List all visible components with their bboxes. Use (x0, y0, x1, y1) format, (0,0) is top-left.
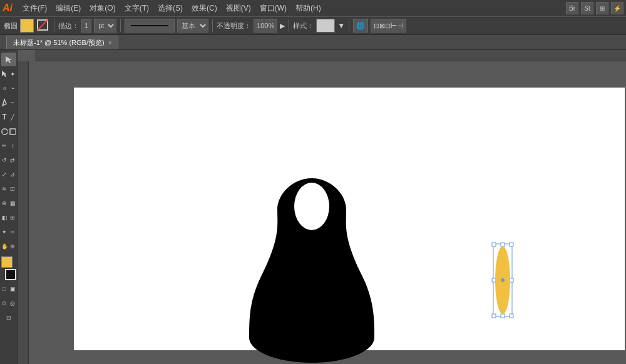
magic-wand-tool[interactable]: ✦ (9, 67, 16, 81)
menu-type[interactable]: 文字(T) (121, 2, 153, 15)
shear-tool[interactable]: ⊿ (9, 168, 16, 181)
view-tools-row: ✋ ⊕ (1, 240, 16, 253)
select-tools-row: ✦ (1, 67, 16, 81)
tab-close-button[interactable]: × (108, 39, 112, 46)
fill-color-box[interactable] (20, 19, 34, 33)
menu-select[interactable]: 选择(S) (154, 2, 187, 15)
svg-marker-3 (2, 71, 7, 77)
free-transform-tool[interactable]: ⊡ (9, 182, 16, 196)
stroke-preview[interactable] (125, 19, 175, 33)
opacity-value[interactable]: 100% (254, 19, 277, 33)
menu-help[interactable]: 帮助(H) (292, 2, 325, 15)
tab-title: 未标题-1* @ 51% (RGB/预览) (13, 38, 105, 48)
shape-label: 椭圆 (4, 21, 18, 31)
right-panel-icons: Br St ⊞ ⚡ (566, 2, 623, 14)
svg-line-1 (38, 20, 48, 30)
menu-bar: Ai 文件(F) 编辑(E) 对象(O) 文字(T) 选择(S) 效果(C) 视… (0, 0, 626, 16)
workspace-icon[interactable]: ⊞ (596, 2, 608, 14)
hand-tool[interactable]: ✋ (1, 240, 8, 253)
stroke-color[interactable] (5, 269, 16, 280)
stroke-line-select[interactable]: 基本 (177, 19, 208, 33)
pen-tools-row: ~ (1, 96, 16, 109)
svg-marker-2 (6, 56, 12, 63)
style-label: 样式： (293, 21, 314, 31)
color-mode[interactable]: □ (1, 282, 8, 296)
divider-3 (212, 19, 213, 32)
svg-text:✦: ✦ (10, 71, 15, 78)
vertical-ruler (18, 61, 29, 364)
rotate-tool[interactable]: ↺ (1, 153, 8, 167)
align-icons[interactable]: ⊟⊠⊡⊢⊣ (371, 19, 406, 33)
eyedropper-tool[interactable]: ✦ (1, 225, 8, 239)
menu-window[interactable]: 窗口(W) (256, 2, 290, 15)
scale-tools-row: ⤢ ⊿ (1, 168, 16, 181)
line-tool[interactable]: ╱ (9, 110, 16, 124)
warp-tools-row: ≋ ⊡ (1, 182, 16, 196)
select-tool[interactable] (1, 53, 16, 66)
divider-1 (54, 19, 54, 32)
smooth-tool[interactable]: ≀ (9, 139, 16, 153)
gradient-tool[interactable]: ◧ (1, 211, 8, 225)
menu-file[interactable]: 文件(F) (19, 2, 51, 15)
color-tools-row: ✦ ∞ (1, 225, 16, 239)
graph-tool[interactable]: ▦ (9, 196, 16, 210)
stroke-label: 描边： (58, 21, 79, 31)
rect-tool[interactable] (1, 124, 8, 138)
tab-bar: 未标题-1* @ 51% (RGB/预览) × (0, 35, 626, 50)
divider-2 (120, 19, 121, 32)
stroke-width-input[interactable]: 1 (81, 19, 91, 33)
shape-tools-row (1, 124, 16, 138)
normal-mode[interactable]: ⊙ (1, 296, 8, 310)
gradient-tools-row: ◧ ⊞ (1, 211, 16, 225)
rect2-tool[interactable] (9, 124, 16, 138)
menu-edit[interactable]: 编辑(E) (52, 2, 85, 15)
stroke-icon[interactable] (36, 19, 50, 33)
reflect-tool[interactable]: ⇄ (9, 153, 16, 167)
divider-4 (289, 19, 289, 32)
lasso-tool[interactable]: ⌾ (1, 81, 8, 95)
app-logo: Ai (3, 3, 13, 14)
opacity-label: 不透明度： (217, 21, 251, 31)
type-tool[interactable]: T (1, 110, 8, 124)
search-icon[interactable]: ⚡ (611, 2, 623, 14)
canvas-area[interactable] (18, 50, 626, 364)
view-mode-row: ⊙ ◎ (1, 296, 16, 310)
left-toolbar: ✦ ⌾ ⌁ ~ T ╱ ✏ (0, 50, 18, 364)
fill-color[interactable] (1, 256, 13, 268)
build-tools-row: ⊕ ▦ (1, 196, 16, 210)
lasso2-tool[interactable]: ⌁ (9, 81, 16, 95)
globe-icon[interactable]: 🌐 (353, 19, 368, 33)
shape-builder-tool[interactable]: ⊕ (1, 196, 8, 210)
divider-5 (349, 19, 349, 32)
pencil-tools-row: ✏ ≀ (1, 139, 16, 153)
scale-tool[interactable]: ⤢ (1, 168, 8, 181)
menu-view[interactable]: 视图(V) (222, 2, 255, 15)
document-tab[interactable]: 未标题-1* @ 51% (RGB/预览) × (6, 36, 118, 49)
warp-tool[interactable]: ≋ (1, 182, 8, 196)
svg-rect-5 (2, 129, 8, 134)
zoom-tool[interactable]: ⊕ (9, 240, 16, 253)
mask-mode[interactable]: ◎ (9, 296, 16, 310)
color-section (1, 256, 17, 280)
options-toolbar: 椭圆 描边： 1 pt 基本 不透明度： 100% ▶ 样式： ▼ 🌐 ⊟⊠⊡⊢… (0, 16, 626, 35)
curvature-tool[interactable]: ~ (9, 96, 16, 109)
stock-icon[interactable]: St (581, 2, 593, 14)
art-canvas[interactable] (74, 88, 625, 350)
bridge-icon[interactable]: Br (566, 2, 578, 14)
direct-select-tool[interactable] (1, 67, 8, 81)
blend-tool[interactable]: ∞ (9, 225, 16, 239)
style-preview[interactable] (316, 19, 335, 33)
pen-tool[interactable] (1, 96, 8, 109)
screen-mode[interactable]: ⊡ (1, 311, 16, 325)
transform-tools-row: ↺ ⇄ (1, 153, 16, 167)
main-area: ✦ ⌾ ⌁ ~ T ╱ ✏ (0, 50, 626, 364)
gradient-mode[interactable]: ▣ (9, 282, 16, 296)
svg-rect-6 (10, 129, 16, 134)
menu-object[interactable]: 对象(O) (86, 2, 119, 15)
menu-effect[interactable]: 效果(C) (188, 2, 221, 15)
mesh-tool[interactable]: ⊞ (9, 211, 16, 225)
pencil-tool[interactable]: ✏ (1, 139, 8, 153)
lasso-tools-row: ⌾ ⌁ (1, 81, 16, 95)
horizontal-ruler (35, 50, 626, 61)
stroke-width-select[interactable]: pt (94, 19, 116, 33)
